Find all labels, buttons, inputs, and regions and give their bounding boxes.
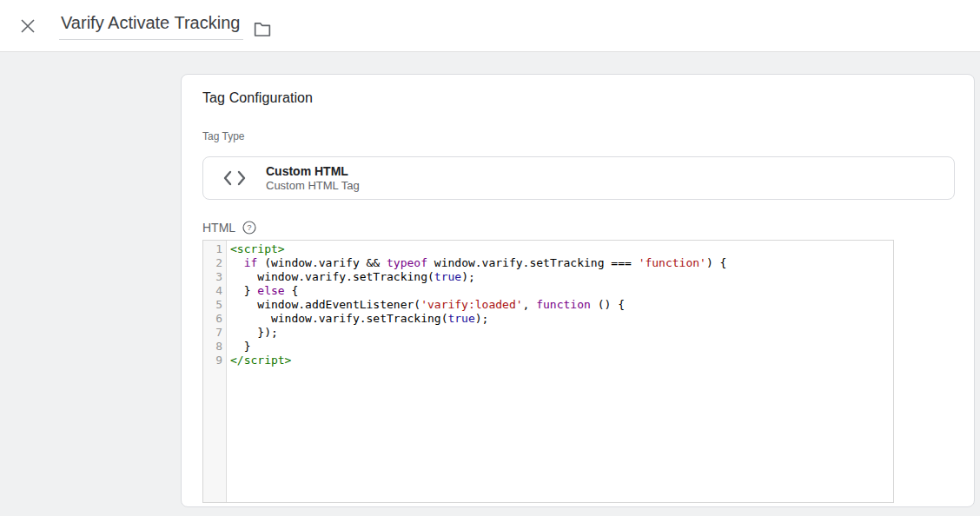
code-line[interactable]: <script> [230, 242, 893, 256]
tag-configuration-card: Tag Configuration Tag Type Custom HTML C… [181, 74, 975, 507]
tag-type-selector[interactable]: Custom HTML Custom HTML Tag [202, 156, 955, 200]
tag-name-input[interactable]: Varify Activate Tracking [59, 11, 243, 40]
main-area: Tag Configuration Tag Type Custom HTML C… [0, 52, 980, 507]
tag-type-description: Custom HTML Tag [266, 179, 360, 193]
code-line[interactable]: window.varify.setTracking(true); [230, 270, 893, 284]
close-button[interactable] [17, 16, 38, 36]
folder-button[interactable] [254, 22, 271, 36]
code-line[interactable]: </script> [230, 354, 893, 367]
tag-type-label: Tag Type [202, 130, 953, 142]
html-code-editor[interactable]: 123456789 <script> if (window.varify && … [202, 240, 894, 503]
editor-code[interactable]: <script> if (window.varify && typeof win… [227, 241, 893, 502]
code-line[interactable]: window.varify.setTracking(true); [230, 312, 893, 326]
line-number: 3 [203, 270, 222, 284]
header: Varify Activate Tracking [0, 0, 980, 52]
code-line[interactable]: } else { [230, 284, 893, 298]
close-icon [20, 18, 36, 34]
line-number: 5 [203, 298, 222, 312]
card-title: Tag Configuration [202, 90, 953, 106]
code-brackets-icon [223, 170, 246, 186]
code-line[interactable]: window.addEventListener('varify:loaded',… [230, 298, 893, 312]
line-number: 9 [203, 354, 222, 367]
line-number: 6 [203, 312, 222, 326]
code-line[interactable]: if (window.varify && typeof window.varif… [230, 256, 893, 270]
line-number: 1 [203, 242, 222, 256]
line-number: 4 [203, 284, 222, 298]
line-number: 8 [203, 340, 222, 354]
line-number: 2 [203, 256, 222, 270]
code-line[interactable]: } [230, 340, 893, 354]
code-line[interactable]: }); [230, 326, 893, 340]
svg-text:?: ? [247, 222, 251, 232]
help-question-icon: ? [242, 221, 256, 235]
line-number: 7 [203, 326, 222, 340]
folder-icon [254, 22, 271, 36]
help-button[interactable]: ? [242, 221, 256, 235]
tag-type-name: Custom HTML [266, 164, 360, 179]
editor-gutter: 123456789 [203, 241, 227, 502]
html-field-label: HTML [202, 221, 235, 235]
